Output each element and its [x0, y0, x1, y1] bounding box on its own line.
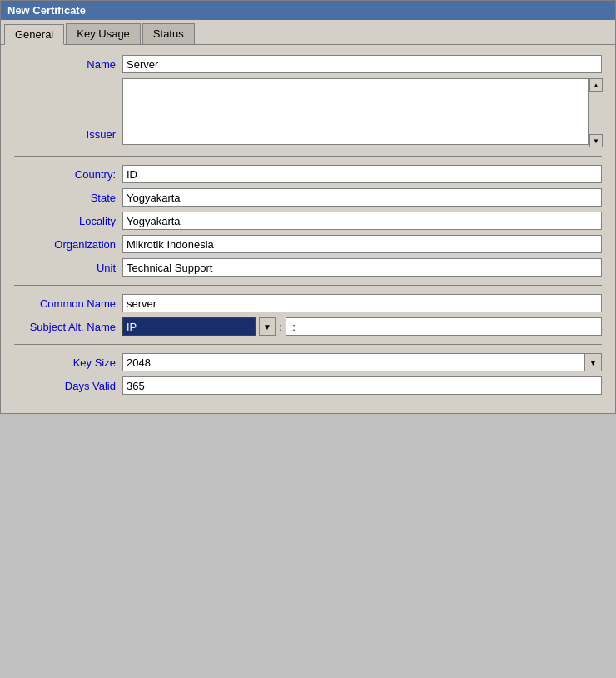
days-valid-label: Days Valid [14, 380, 122, 392]
state-row: State [14, 188, 602, 207]
issuer-scrollbar: ▲ ▼ [589, 78, 602, 147]
form-content: Name Issuer ▲ ▼ Country [1, 45, 615, 413]
scroll-up-btn[interactable]: ▲ [589, 78, 603, 92]
unit-input[interactable] [122, 258, 602, 277]
scroll-down-btn[interactable]: ▼ [589, 134, 603, 147]
san-type-wrapper: IP DNS email [122, 317, 256, 336]
days-valid-row: Days Valid [14, 376, 602, 395]
san-row: Subject Alt. Name IP DNS email ▼ : [14, 317, 602, 336]
name-input[interactable] [122, 55, 602, 73]
locality-input[interactable] [122, 212, 602, 230]
state-input[interactable] [122, 188, 602, 207]
divider-1 [14, 156, 602, 157]
window-title: New Certificate [7, 4, 86, 17]
country-row: Country: [14, 165, 602, 183]
key-size-dropdown-btn[interactable]: ▼ [585, 353, 602, 371]
scroll-up-icon: ▲ [593, 82, 599, 89]
common-name-label: Common Name [14, 297, 122, 310]
name-row: Name [14, 55, 602, 73]
tab-bar: General Key Usage Status [1, 20, 615, 45]
organization-row: Organization [14, 235, 602, 253]
key-size-wrapper: ▼ [122, 353, 602, 371]
state-label: State [14, 192, 122, 204]
key-size-row: Key Size ▼ [14, 353, 602, 371]
issuer-row: Issuer ▲ ▼ [14, 78, 602, 147]
common-name-row: Common Name [14, 294, 602, 312]
key-size-label: Key Size [14, 356, 122, 369]
issuer-textarea[interactable] [122, 78, 589, 145]
organization-input[interactable] [122, 235, 602, 253]
key-size-dropdown-icon: ▼ [589, 358, 598, 367]
san-dropdown-icon: ▼ [263, 322, 271, 332]
san-dropdown-btn[interactable]: ▼ [259, 317, 276, 336]
country-input[interactable] [122, 165, 602, 183]
common-name-input[interactable] [122, 294, 602, 312]
locality-label: Locality [14, 215, 122, 227]
tab-status[interactable]: Status [142, 23, 195, 44]
divider-3 [14, 344, 602, 345]
locality-row: Locality [14, 212, 602, 230]
tab-key-usage[interactable]: Key Usage [66, 23, 141, 44]
scroll-track [589, 92, 602, 134]
san-colon: : [279, 321, 282, 333]
tab-general[interactable]: General [4, 24, 64, 45]
divider-2 [14, 285, 602, 286]
title-bar: New Certificate [1, 1, 615, 20]
country-label: Country: [14, 168, 122, 181]
name-label: Name [14, 58, 122, 71]
san-input[interactable] [286, 317, 602, 336]
window: New Certificate General Key Usage Status… [0, 0, 616, 414]
san-label: Subject Alt. Name [14, 321, 122, 333]
organization-label: Organization [14, 238, 122, 251]
san-type-select[interactable]: IP DNS email [122, 317, 256, 336]
key-size-input[interactable] [122, 353, 585, 371]
scroll-down-icon: ▼ [593, 137, 599, 145]
unit-row: Unit [14, 258, 602, 277]
days-valid-input[interactable] [122, 376, 602, 395]
issuer-label: Issuer [14, 78, 122, 141]
unit-label: Unit [14, 262, 122, 274]
issuer-textarea-wrapper: ▲ ▼ [122, 78, 602, 147]
